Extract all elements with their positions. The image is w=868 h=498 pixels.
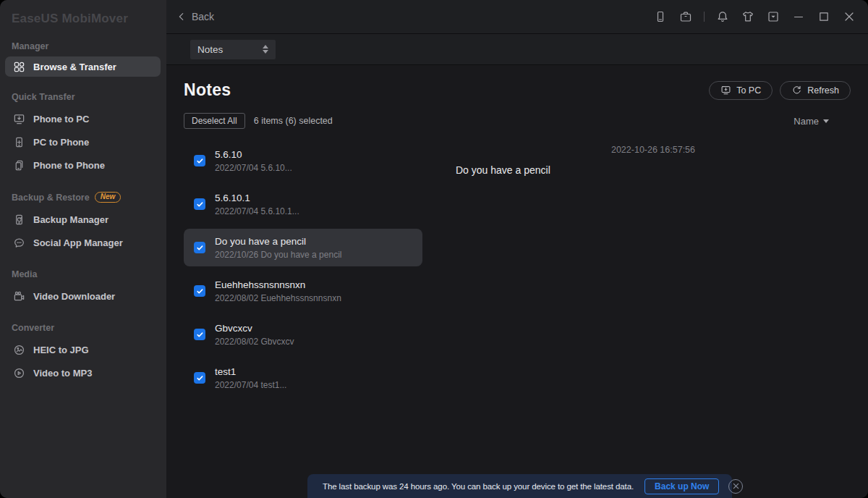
sidebar-item-backup-manager[interactable]: Backup Manager bbox=[0, 208, 166, 231]
section-label-quick-transfer: Quick Transfer bbox=[12, 92, 75, 102]
grid-icon bbox=[13, 61, 25, 73]
note-title: test1 bbox=[215, 366, 286, 377]
phone-to-phone-icon bbox=[13, 159, 25, 172]
note-row[interactable]: test12022/07/04 test1... bbox=[184, 356, 422, 400]
video-camera-icon bbox=[13, 290, 25, 303]
phone-restore-icon bbox=[13, 214, 25, 226]
titlebar-icons bbox=[653, 9, 856, 24]
note-title: 5.6.10 bbox=[215, 149, 292, 160]
category-select[interactable]: Notes bbox=[190, 40, 276, 59]
sidebar-item-phone-to-phone[interactable]: Phone to Phone bbox=[0, 153, 166, 177]
app-title: EaseUS MobiMover bbox=[0, 10, 166, 26]
checkbox-checked[interactable] bbox=[194, 372, 205, 384]
refresh-label: Refresh bbox=[807, 85, 839, 96]
close-icon[interactable] bbox=[842, 9, 856, 24]
sidebar-item-heic-to-jpg[interactable]: HEIC to JPG bbox=[0, 338, 166, 361]
notes-body: 5.6.102022/07/04 5.6.10... 5.6.10.12022/… bbox=[184, 139, 851, 400]
section-media: Media Video Downloader bbox=[0, 269, 166, 308]
checkbox-checked[interactable] bbox=[194, 198, 205, 210]
sidebar-item-label: HEIC to JPG bbox=[33, 345, 89, 355]
sidebar-item-video-to-mp3[interactable]: Video to MP3 bbox=[0, 361, 166, 384]
to-pc-button[interactable]: To PC bbox=[709, 81, 773, 100]
sort-dropdown[interactable]: Name bbox=[793, 116, 829, 127]
sidebar-item-label: Video Downloader bbox=[33, 291, 115, 302]
select-spinner-icon bbox=[263, 45, 268, 54]
selection-bar: Deselect All 6 items (6) selected Name bbox=[184, 113, 851, 129]
note-row[interactable]: 5.6.102022/07/04 5.6.10... bbox=[184, 139, 422, 182]
import-dropdown-icon[interactable] bbox=[766, 9, 780, 24]
note-title: 5.6.10.1 bbox=[215, 193, 299, 203]
app-window: EaseUS MobiMover Manager Browse & Transf… bbox=[0, 0, 868, 498]
sidebar-item-label: Backup Manager bbox=[33, 214, 109, 225]
monitor-export-icon bbox=[720, 85, 731, 96]
note-subtitle: 2022/07/04 5.6.10... bbox=[215, 163, 292, 173]
section-backup-restore: Backup & Restore New Backup Manager Soci… bbox=[0, 192, 166, 254]
backup-notification-message: The last backup was 24 hours ago. You ca… bbox=[323, 482, 634, 491]
title-bar: Back bbox=[166, 0, 868, 34]
note-subtitle: 2022/07/04 test1... bbox=[215, 380, 286, 390]
note-row[interactable]: 5.6.10.12022/07/04 5.6.10.1... bbox=[184, 182, 422, 226]
section-manager: Manager Browse & Transfer bbox=[0, 41, 166, 77]
photo-convert-icon bbox=[13, 344, 25, 356]
to-pc-label: To PC bbox=[736, 85, 761, 96]
note-row-selected[interactable]: Do you have a pencil2022/10/26 Do you ha… bbox=[184, 229, 422, 266]
page-title: Notes bbox=[184, 80, 231, 100]
sidebar-item-label: Phone to Phone bbox=[33, 160, 105, 171]
device-icon[interactable] bbox=[653, 9, 668, 24]
phone-plus-icon bbox=[13, 136, 25, 148]
notification-close-icon[interactable] bbox=[728, 479, 743, 494]
sidebar-item-pc-to-phone[interactable]: PC to Phone bbox=[0, 130, 166, 153]
sidebar-item-phone-to-pc[interactable]: Phone to PC bbox=[0, 107, 166, 130]
section-label-backup-restore: Backup & Restore bbox=[12, 193, 90, 203]
checkbox-checked[interactable] bbox=[194, 329, 205, 340]
new-badge: New bbox=[95, 192, 122, 203]
backup-notification-bar: The last backup was 24 hours ago. You ca… bbox=[307, 474, 732, 498]
section-label-manager: Manager bbox=[12, 41, 48, 51]
right-column: Back bbox=[166, 0, 868, 498]
sidebar-item-label: Phone to PC bbox=[33, 114, 89, 124]
content-header: Notes To PC Refresh bbox=[184, 80, 851, 100]
main-content: Notes To PC Refresh bbox=[166, 65, 868, 498]
refresh-icon bbox=[791, 85, 802, 96]
checkbox-checked[interactable] bbox=[194, 155, 205, 166]
sidebar: EaseUS MobiMover Manager Browse & Transf… bbox=[0, 0, 166, 498]
sidebar-item-label: Social App Manager bbox=[33, 237, 123, 248]
back-up-now-button[interactable]: Back up Now bbox=[644, 478, 719, 494]
category-toolbar: Notes bbox=[166, 34, 868, 65]
titlebar-separator bbox=[704, 12, 705, 22]
checkbox-checked[interactable] bbox=[194, 285, 205, 297]
bell-icon[interactable] bbox=[715, 9, 730, 24]
note-subtitle: 2022/10/26 Do you have a pencil bbox=[215, 250, 341, 260]
note-row[interactable]: Euehhehssnsnnsnxn2022/08/02 Euehhehssnsn… bbox=[184, 269, 422, 313]
note-timestamp: 2022-10-26 16:57:56 bbox=[456, 145, 851, 155]
note-title: Do you have a pencil bbox=[215, 236, 341, 247]
tshirt-icon[interactable] bbox=[741, 9, 755, 24]
minimize-icon[interactable] bbox=[791, 9, 806, 24]
back-button[interactable]: Back bbox=[176, 11, 214, 22]
note-subtitle: 2022/08/02 Gbvcxcv bbox=[215, 337, 294, 347]
sidebar-item-label: PC to Phone bbox=[33, 137, 89, 148]
section-quick-transfer: Quick Transfer Phone to PC PC to Phone P… bbox=[0, 92, 166, 177]
sidebar-item-browse-transfer[interactable]: Browse & Transfer bbox=[5, 56, 161, 77]
section-label-media: Media bbox=[12, 269, 37, 279]
note-subtitle: 2022/08/02 Euehhehssnsnnsnxn bbox=[215, 293, 341, 303]
toolkit-icon[interactable] bbox=[678, 9, 693, 24]
section-label-converter: Converter bbox=[12, 323, 54, 333]
monitor-download-icon bbox=[13, 113, 25, 125]
category-select-value: Notes bbox=[197, 44, 223, 55]
selection-status: 6 items (6) selected bbox=[254, 116, 333, 126]
refresh-button[interactable]: Refresh bbox=[780, 81, 851, 100]
note-title: Euehhehssnsnnsnxn bbox=[215, 279, 341, 290]
sidebar-item-label: Video to MP3 bbox=[33, 368, 92, 379]
sidebar-item-video-downloader[interactable]: Video Downloader bbox=[0, 284, 166, 308]
checkbox-checked[interactable] bbox=[194, 242, 205, 253]
maximize-icon[interactable] bbox=[817, 9, 831, 24]
back-label: Back bbox=[192, 11, 214, 22]
note-subtitle: 2022/07/04 5.6.10.1... bbox=[215, 206, 299, 216]
chevron-down-icon bbox=[823, 119, 829, 123]
deselect-all-button[interactable]: Deselect All bbox=[184, 113, 245, 129]
sidebar-item-label: Browse & Transfer bbox=[33, 62, 116, 72]
note-detail-panel: 2022-10-26 16:57:56 Do you have a pencil bbox=[422, 139, 851, 400]
note-row[interactable]: Gbvcxcv2022/08/02 Gbvcxcv bbox=[184, 313, 422, 356]
sidebar-item-social-app-manager[interactable]: Social App Manager bbox=[0, 231, 166, 254]
